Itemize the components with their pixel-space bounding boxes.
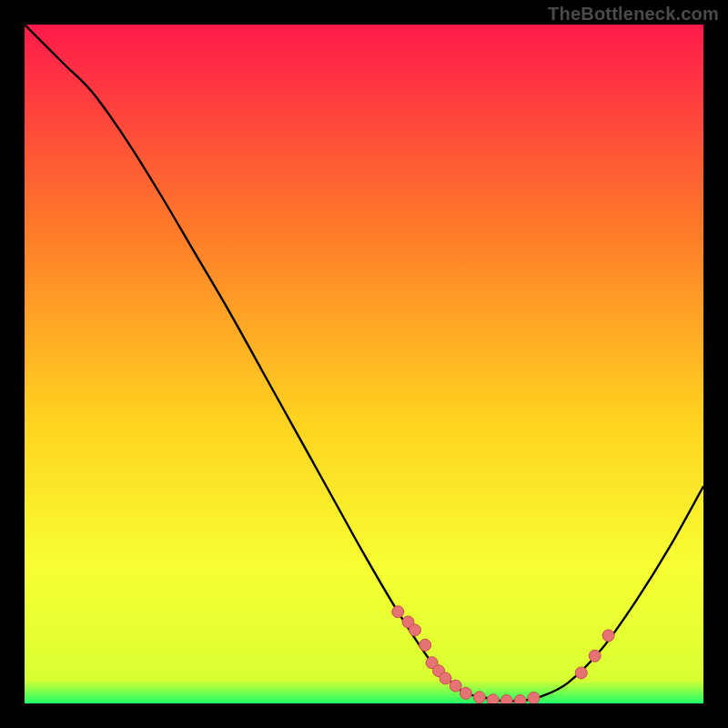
- highlight-dot: [487, 694, 499, 703]
- highlight-dot: [440, 672, 451, 684]
- highlight-dot: [409, 624, 420, 636]
- highlight-dot: [450, 680, 461, 692]
- bottleneck-curve-chart: [25, 25, 703, 703]
- highlight-dot: [589, 650, 601, 662]
- highlight-dot: [420, 639, 431, 651]
- highlight-dot: [460, 687, 471, 699]
- highlight-dot: [602, 630, 614, 642]
- highlight-dot: [514, 695, 526, 703]
- highlight-dot: [392, 606, 404, 618]
- plot-area: [25, 25, 703, 703]
- chart-container: TheBottleneck.com: [0, 0, 728, 728]
- gradient-background: [25, 25, 703, 703]
- highlight-dot: [500, 695, 512, 703]
- highlight-dot: [528, 693, 540, 703]
- watermark-text: TheBottleneck.com: [548, 4, 719, 25]
- highlight-dot: [575, 667, 587, 679]
- highlight-dot: [473, 692, 485, 703]
